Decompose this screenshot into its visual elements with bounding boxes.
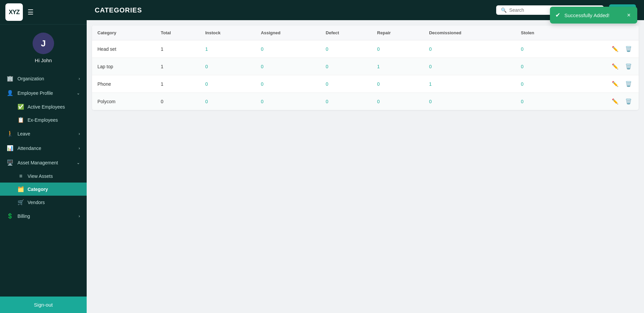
categories-table: Category Total Instock Assigned Defect R… (92, 26, 639, 110)
sidebar-sub-label: Ex-Employees (28, 117, 58, 123)
sidebar-item-active-employees[interactable]: ✅ Active Employees (0, 100, 87, 113)
table-cell: 0 (516, 75, 567, 93)
avatar: J (33, 33, 54, 54)
table-cell: 1 (156, 40, 200, 58)
sidebar-item-label: Attendance (17, 146, 75, 151)
sidebar-item-category[interactable]: 🗂️ Category (0, 183, 87, 196)
greeting-label: Hi John (35, 57, 52, 63)
table-cell: 0 (320, 93, 372, 110)
table-cell: 0 (255, 58, 320, 75)
sidebar-item-vendors[interactable]: 🛒 Vendors (0, 196, 87, 209)
table-row: Phone1000010 ✏️ 🗑️ (92, 75, 639, 93)
table-cell: Lap top (92, 58, 156, 75)
table-cell: 0 (516, 58, 567, 75)
col-total: Total (156, 26, 200, 40)
table-cell: 0 (424, 58, 515, 75)
table-cell: 0 (372, 93, 424, 110)
chevron-right-icon: › (79, 214, 80, 219)
table-cell: 0 (255, 93, 320, 110)
delete-button[interactable]: 🗑️ (624, 97, 633, 105)
table-row: Head set1100000 ✏️ 🗑️ (92, 40, 639, 58)
table-cell: 0 (320, 58, 372, 75)
edit-button[interactable]: ✏️ (610, 45, 620, 53)
delete-button[interactable]: 🗑️ (624, 63, 633, 70)
chevron-right-icon: › (79, 146, 80, 151)
col-actions (567, 26, 639, 40)
table-cell: 0 (255, 75, 320, 93)
table-cell: 1 (424, 75, 515, 93)
sidebar-item-organization[interactable]: 🏢 Organization › (0, 71, 87, 86)
table-cell: Head set (92, 40, 156, 58)
content-area: Category Total Instock Assigned Defect R… (87, 20, 644, 313)
sidebar-item-billing[interactable]: 💲 Billing › (0, 209, 87, 223)
sidebar-item-employee-profile[interactable]: 👤 Employee Profile ⌄ (0, 86, 87, 100)
edit-button[interactable]: ✏️ (610, 97, 620, 105)
sidebar-sub-label: Category (28, 187, 48, 192)
table-cell: 0 (320, 40, 372, 58)
table-cell: Polycom (92, 93, 156, 110)
col-repair: Repair (372, 26, 424, 40)
view-assets-icon: ≡ (17, 173, 24, 179)
user-section: J Hi John (0, 25, 87, 69)
sidebar-sub-label: View Assets (28, 173, 53, 179)
table-cell: 0 (156, 93, 200, 110)
table-row: Lap top1000100 ✏️ 🗑️ (92, 58, 639, 75)
table-cell: Phone (92, 75, 156, 93)
col-assigned: Assigned (255, 26, 320, 40)
sidebar-item-attendance[interactable]: 📊 Attendance › (0, 141, 87, 155)
ex-employees-icon: 📋 (17, 117, 24, 123)
table-actions-cell: ✏️ 🗑️ (567, 93, 639, 110)
sidebar-item-ex-employees[interactable]: 📋 Ex-Employees (0, 113, 87, 126)
table-cell: 0 (516, 93, 567, 110)
nav-menu: 🏢 Organization › 👤 Employee Profile ⌄ ✅ … (0, 69, 87, 297)
sidebar-item-asset-management[interactable]: 🖥️ Asset Management ⌄ (0, 155, 87, 170)
hamburger-icon[interactable]: ☰ (28, 8, 34, 16)
sign-out-button[interactable]: Sign-out (0, 297, 87, 313)
organization-icon: 🏢 (7, 75, 13, 82)
attendance-icon: 📊 (7, 145, 13, 151)
table-header: Category Total Instock Assigned Defect R… (92, 26, 639, 40)
table-cell: 1 (156, 75, 200, 93)
chevron-down-icon: ⌄ (77, 91, 80, 95)
table-body: Head set1100000 ✏️ 🗑️ Lap top1000100 ✏️ … (92, 40, 639, 110)
main-area: CATEGORIES 🔍 + Add Category Total Instoc… (87, 0, 644, 313)
table-cell: 1 (372, 58, 424, 75)
delete-button[interactable]: 🗑️ (624, 45, 633, 53)
col-decomissioned: Decomissioned (424, 26, 515, 40)
table-actions-cell: ✏️ 🗑️ (567, 40, 639, 58)
edit-button[interactable]: ✏️ (610, 63, 620, 70)
sidebar-item-leave[interactable]: 🚶 Leave › (0, 126, 87, 141)
sidebar: XYZ ☰ J Hi John 🏢 Organization › 👤 Emplo… (0, 0, 87, 313)
col-stolen: Stolen (516, 26, 567, 40)
toast-check-icon: ✔ (555, 11, 560, 19)
asset-management-icon: 🖥️ (7, 159, 13, 166)
sidebar-item-view-assets[interactable]: ≡ View Assets (0, 170, 87, 183)
col-category: Category (92, 26, 156, 40)
success-toast: ✔ Successfully Added! × (550, 7, 637, 24)
edit-button[interactable]: ✏️ (610, 80, 620, 88)
chevron-right-icon: › (79, 76, 80, 81)
active-employees-icon: ✅ (17, 104, 24, 110)
table-cell: 0 (516, 40, 567, 58)
search-icon: 🔍 (501, 7, 507, 13)
table-cell: 0 (255, 40, 320, 58)
col-instock: Instock (200, 26, 255, 40)
table-actions-cell: ✏️ 🗑️ (567, 58, 639, 75)
vendors-icon: 🛒 (17, 199, 24, 205)
table-cell: 1 (156, 58, 200, 75)
leave-icon: 🚶 (7, 130, 13, 137)
table-cell: 0 (372, 75, 424, 93)
toast-message: Successfully Added! (564, 12, 609, 18)
sidebar-item-label: Leave (17, 131, 75, 136)
table-cell: 0 (372, 40, 424, 58)
chevron-down-icon: ⌄ (77, 160, 80, 165)
table-cell: 0 (200, 75, 255, 93)
toast-close-button[interactable]: × (627, 12, 631, 18)
page-title: CATEGORIES (95, 6, 142, 14)
categories-table-container: Category Total Instock Assigned Defect R… (92, 26, 639, 110)
table-cell: 0 (424, 40, 515, 58)
table-cell: 0 (320, 75, 372, 93)
sidebar-sub-label: Vendors (28, 200, 45, 205)
sidebar-header: XYZ ☰ (0, 0, 87, 25)
delete-button[interactable]: 🗑️ (624, 80, 633, 88)
